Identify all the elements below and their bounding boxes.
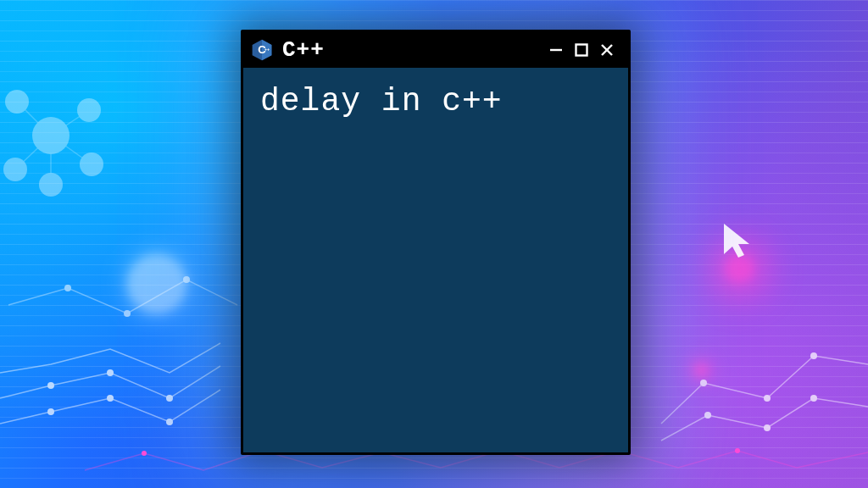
svg-point-7 [764, 395, 771, 402]
svg-point-8 [810, 352, 817, 359]
maximize-button[interactable] [569, 37, 594, 63]
window-title: C++ [282, 37, 325, 63]
terminal-window: C ++ C++ delay in c++ [241, 30, 631, 455]
svg-point-6 [700, 380, 707, 386]
svg-point-2 [166, 419, 173, 425]
svg-point-12 [64, 285, 71, 291]
svg-point-10 [764, 424, 771, 431]
svg-point-4 [107, 369, 114, 376]
svg-text:++: ++ [264, 47, 270, 52]
minimize-button[interactable] [543, 37, 569, 63]
svg-point-14 [183, 276, 190, 283]
svg-rect-38 [576, 45, 587, 56]
close-button[interactable] [594, 37, 620, 63]
svg-point-15 [142, 451, 147, 456]
svg-point-20 [735, 448, 740, 453]
svg-marker-32 [724, 224, 749, 258]
svg-point-11 [810, 395, 817, 402]
svg-point-1 [107, 395, 114, 402]
svg-point-5 [166, 395, 173, 402]
svg-point-9 [704, 412, 711, 419]
terminal-content: delay in c++ [243, 68, 628, 452]
titlebar[interactable]: C ++ C++ [243, 32, 628, 68]
svg-point-13 [124, 310, 131, 317]
svg-point-3 [47, 382, 54, 389]
cpp-logo-icon: C ++ [250, 38, 274, 62]
svg-point-0 [47, 408, 54, 415]
